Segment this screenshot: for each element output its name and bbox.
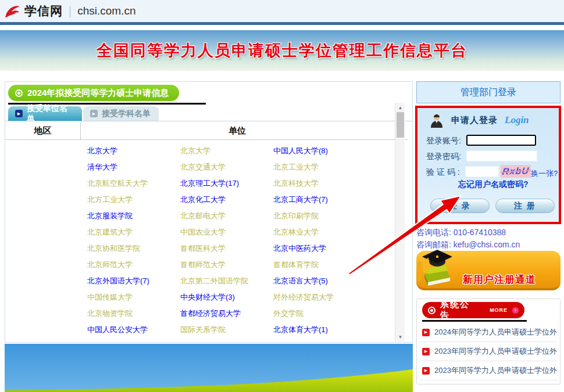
university-link[interactable]: 首都经济贸易大学: [180, 308, 273, 319]
platform-title: 全国同等学力人员申请硕士学位管理工作信息平台: [97, 40, 467, 61]
register-button[interactable]: 注 册: [495, 199, 555, 213]
captcha-image[interactable]: RxbU: [501, 165, 531, 178]
chsi-logo-icon: [5, 4, 21, 18]
university-link[interactable]: 北京大学: [87, 146, 180, 156]
university-link[interactable]: 首都体育学院: [273, 260, 366, 270]
admin-login-link[interactable]: 管理部门登录: [416, 81, 561, 103]
platform-banner: 全国同等学力人员申请硕士学位管理工作信息平台: [0, 30, 564, 71]
login-title: 申请人登录: [451, 115, 498, 126]
university-link[interactable]: 北方工业大学: [87, 195, 180, 205]
table-row: 北京师范大学首都师范大学首都体育学院: [5, 257, 394, 273]
more-link[interactable]: MORE: [490, 307, 508, 313]
section-title: 2024年拟接受同等学力硕士申请信息: [27, 88, 169, 99]
contact-phone: 咨询电话: 010-67410388: [416, 228, 506, 238]
captcha-input[interactable]: [465, 166, 499, 177]
password-input[interactable]: [466, 150, 537, 161]
university-link[interactable]: 首都医科大学: [180, 243, 273, 254]
university-link[interactable]: 北京物资学院: [87, 308, 180, 319]
university-link[interactable]: 北京航空航天大学: [87, 178, 180, 189]
announcements-header: 系统公告 MORE ›: [422, 302, 524, 318]
university-link[interactable]: 北京理工大学(17): [180, 178, 273, 189]
university-link[interactable]: 北京中医药大学: [273, 243, 366, 254]
captcha-label: 验 证 码 :: [426, 167, 460, 178]
section-header: 2024年拟接受同等学力硕士申请信息: [8, 85, 179, 101]
university-link[interactable]: 北京语言大学(5): [273, 276, 366, 286]
bullseye-icon: [15, 89, 23, 97]
phone-value: 010-67410388: [454, 228, 506, 237]
forgot-password-link[interactable]: 忘记用户名或密码?: [458, 179, 529, 190]
tab-accepting-units[interactable]: ▶ 接受单位名单: [8, 106, 82, 121]
university-link[interactable]: 中国传媒大学: [87, 292, 180, 303]
university-link[interactable]: 北京印刷学院: [273, 211, 366, 221]
university-link[interactable]: 北京大学: [180, 146, 273, 156]
announcement-text: 2023年同等学力人员申请硕士学位外...: [434, 346, 557, 357]
university-link[interactable]: 北京建筑大学: [87, 227, 180, 238]
university-link[interactable]: 北京林业大学: [273, 227, 366, 238]
university-link[interactable]: 北京化工大学: [180, 195, 273, 205]
university-link[interactable]: 中国农业大学: [180, 227, 273, 238]
captcha-refresh-link[interactable]: 换一张?: [531, 168, 558, 179]
university-grid: 北京大学北京大学中国人民大学(8)清华大学北京交通大学北京工业大学北京航空航天大…: [5, 143, 394, 338]
bullseye-icon: [428, 307, 436, 314]
phone-label: 咨询电话:: [416, 228, 451, 237]
user-avatar-icon: [429, 113, 444, 128]
site-domain: chsi.com.cn: [77, 5, 135, 17]
table-row: 清华大学北京交通大学北京工业大学: [5, 159, 394, 175]
register-banner-label: 新用户注册通道: [463, 273, 536, 286]
university-link[interactable]: 对外经济贸易大学: [273, 292, 366, 303]
account-input[interactable]: [466, 135, 536, 146]
tab-accepting-subjects[interactable]: ▶ 接受学科名单: [83, 106, 159, 121]
account-label: 登录账号:: [426, 136, 461, 146]
university-link[interactable]: 中国人民公安大学: [87, 325, 180, 335]
university-link[interactable]: 北京体育大学(1): [273, 325, 366, 335]
play-icon: ▶: [422, 329, 430, 336]
graduation-cap-icon: [416, 244, 454, 289]
university-link[interactable]: 国际关系学院: [180, 325, 273, 335]
page: 学信网 | chsi.com.cn 全国同等学力人员申请硕士学位管理工作信息平台…: [0, 0, 564, 392]
captcha-text: RxbU: [502, 166, 530, 177]
login-title-en: Login: [505, 114, 529, 126]
table-row: 北京物资学院首都经济贸易大学外交学院: [5, 305, 394, 322]
scrollbar[interactable]: ▲ ▼: [395, 103, 405, 341]
university-link[interactable]: 北京外国语大学(7): [87, 276, 180, 286]
play-icon: ▶: [422, 367, 430, 375]
column-header-unit: 单位: [80, 121, 394, 139]
university-link[interactable]: 清华大学: [87, 162, 180, 172]
table-row: 北京航空航天大学北京理工大学(17)北京科技大学: [5, 175, 394, 192]
scroll-up-icon[interactable]: ▲: [395, 103, 405, 112]
announcement-list: ▶2024年同等学力人员申请硕士学位外...▶2023年同等学力人员申请硕士学位…: [420, 323, 557, 380]
scrollbar-thumb[interactable]: [397, 112, 404, 138]
university-link[interactable]: 外交学院: [273, 308, 366, 319]
university-link[interactable]: 首都师范大学: [180, 260, 273, 270]
table-row: 北京大学北京大学中国人民大学(8): [5, 143, 394, 159]
login-panel-header: 申请人登录 Login: [429, 113, 529, 128]
university-link[interactable]: 北京服装学院: [87, 211, 180, 221]
university-link[interactable]: 北京邮电大学: [180, 211, 273, 221]
table-row: 北京协和医学院首都医科大学北京中医药大学: [5, 240, 394, 257]
university-link[interactable]: 北京第二外国语学院: [180, 276, 273, 286]
password-label: 登录密码:: [426, 152, 461, 162]
university-link[interactable]: 北京协和医学院: [87, 243, 180, 254]
site-name: 学信网: [24, 3, 63, 19]
login-button[interactable]: 登 录: [430, 199, 490, 213]
landscape-image: [5, 344, 413, 392]
university-link[interactable]: 中国人民大学(8): [273, 146, 366, 156]
university-link[interactable]: 北京工商大学(7): [273, 195, 366, 205]
play-icon: ▶: [90, 110, 98, 117]
play-icon: ▶: [15, 110, 23, 117]
announcements-title: 系统公告: [440, 299, 479, 321]
university-link[interactable]: 北京工业大学: [273, 162, 366, 172]
university-link[interactable]: 北京师范大学: [87, 260, 180, 270]
scroll-down-icon[interactable]: ▼: [395, 332, 405, 341]
university-link[interactable]: 北京科技大学: [273, 178, 366, 189]
announcement-item[interactable]: ▶2023年同等学力人员申请硕士学位外...: [420, 342, 557, 361]
table-row: 北京建筑大学中国农业大学北京林业大学: [5, 224, 394, 240]
more-arrow-icon[interactable]: ›: [512, 307, 519, 314]
table-column-divider: [80, 122, 81, 139]
header-accent-bar: [0, 22, 564, 25]
announcement-item[interactable]: ▶2023年同等学力人员申请硕士学位外...: [420, 361, 557, 380]
university-link[interactable]: 北京交通大学: [180, 162, 273, 172]
university-link[interactable]: 中央财经大学(3): [180, 292, 273, 303]
email-value[interactable]: kefu@chsi.com.cn: [454, 240, 520, 249]
announcement-item[interactable]: ▶2024年同等学力人员申请硕士学位外...: [420, 323, 557, 342]
